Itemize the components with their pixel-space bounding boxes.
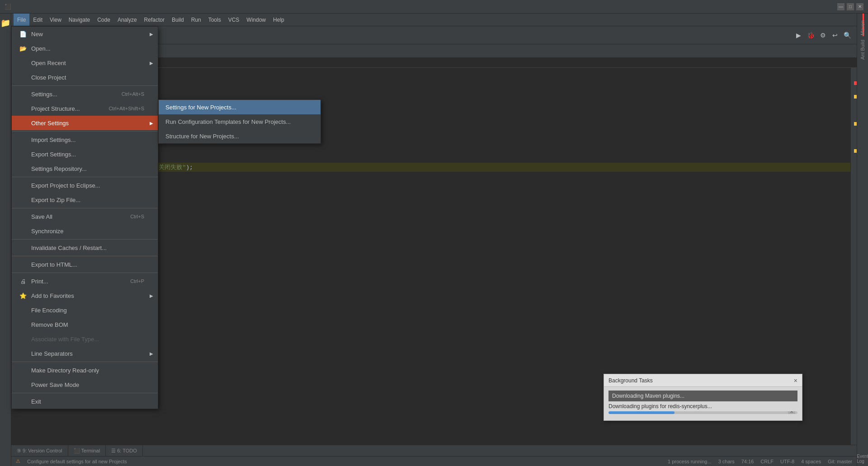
indent-indicator[interactable]: 4 spaces <box>801 459 821 464</box>
separator-2 <box>12 131 158 132</box>
tab-version-control[interactable]: ⑨ 9: Version Control <box>11 445 68 456</box>
app-icon: ⬛ <box>5 4 11 10</box>
menu-print[interactable]: 🖨 Print... Ctrl+P <box>12 274 158 288</box>
bg-tasks-close-btn[interactable]: × <box>794 377 797 384</box>
menu-item-window[interactable]: Window <box>243 14 269 26</box>
submenu-structure-new-projects[interactable]: Structure for New Projects... <box>159 129 321 143</box>
menu-item-run[interactable]: Run <box>188 14 205 26</box>
git-status[interactable]: Git: master <box>828 459 852 464</box>
menu-save-all[interactable]: Save All Ctrl+S <box>12 209 158 224</box>
project-icon[interactable]: 📁 <box>0 18 10 28</box>
menu-synchronize[interactable]: Synchronize <box>12 224 158 238</box>
tab-todo[interactable]: ☰ 6: TODO <box>106 445 143 456</box>
separator-3 <box>12 177 158 177</box>
menu-make-read-only[interactable]: Make Directory Read-only <box>12 363 158 377</box>
warning-marker <box>854 95 857 99</box>
search-button[interactable]: 🔍 <box>842 30 852 40</box>
print-shortcut: Ctrl+P <box>130 278 144 284</box>
todo-icon: ☰ <box>111 448 116 454</box>
menu-export-zip[interactable]: Export to Zip File... <box>12 193 158 207</box>
position-indicator: 74:16 <box>741 459 754 464</box>
bg-tasks-header: Background Tasks × <box>604 374 802 387</box>
menu-item-file[interactable]: File <box>14 14 29 26</box>
debug-button[interactable]: 🐞 <box>806 30 816 40</box>
line-content-74: log.info("redis pool 关闭失败"); <box>41 163 850 171</box>
menu-item-build[interactable]: Build <box>168 14 188 26</box>
menu-line-separators[interactable]: Line Separators <box>12 346 158 361</box>
submenu-settings-new-projects[interactable]: Settings for New Projects... <box>159 100 321 114</box>
file-menu-dropdown: 📄 New 📂 Open... Open Recent Close Projec… <box>11 26 158 409</box>
main-content: File Edit View Navigate Code Analyze Ref… <box>11 14 857 466</box>
ide-container: 📁 File Edit View Navigate Code Analyze R… <box>0 14 868 466</box>
menu-new-label: New <box>31 31 43 38</box>
menu-item-edit[interactable]: Edit <box>29 14 46 26</box>
left-sidebar: 📁 <box>0 14 11 466</box>
close-button[interactable]: ✕ <box>856 3 863 10</box>
line-separator[interactable]: CRLF <box>760 459 774 464</box>
menu-item-navigate[interactable]: Navigate <box>65 14 94 26</box>
submenu-run-config-templates[interactable]: Run Configuration Templates for New Proj… <box>159 114 321 129</box>
tab-terminal[interactable]: ⬛ Terminal <box>68 445 106 456</box>
warning-marker2 <box>854 122 857 126</box>
back-button[interactable]: ↩ <box>830 30 840 40</box>
menu-settings-repo[interactable]: Settings Repository... <box>12 161 158 176</box>
menu-export-settings[interactable]: Export Settings... <box>12 147 158 161</box>
save-all-shortcut: Ctrl+S <box>130 214 144 219</box>
menu-open-recent[interactable]: Open Recent <box>12 56 158 70</box>
title-bar-controls: — □ ✕ <box>837 3 863 10</box>
menu-settings-label: Settings... <box>31 91 57 98</box>
maximize-button[interactable]: □ <box>847 3 854 10</box>
menu-power-save-label: Power Save Mode <box>31 381 79 388</box>
separator-5 <box>12 239 158 240</box>
submenu-run-config-label: Run Configuration Templates for New Proj… <box>165 118 291 125</box>
menu-settings[interactable]: Settings... Ctrl+Alt+S <box>12 87 158 101</box>
menu-file-encoding[interactable]: File Encoding <box>12 303 158 317</box>
task-1-text: Downloading Maven plugins... <box>612 393 684 399</box>
menu-import-settings-label: Import Settings... <box>31 137 75 143</box>
separator-7 <box>12 273 158 273</box>
sidebar-ant-build-label[interactable]: Ant Build <box>860 38 865 62</box>
menu-item-view[interactable]: View <box>46 14 65 26</box>
sidebar-maven-label[interactable]: Maven <box>860 18 865 38</box>
minimize-button[interactable]: — <box>837 3 844 10</box>
menu-add-favorites[interactable]: ⭐ Add to Favorites <box>12 288 158 303</box>
menu-item-code[interactable]: Code <box>94 14 114 26</box>
add-favorites-icon: ⭐ <box>19 292 28 299</box>
bg-tasks-panel: Background Tasks × Downloading Maven plu… <box>604 374 802 421</box>
encoding-indicator[interactable]: UTF-8 <box>780 459 794 464</box>
menu-close-project[interactable]: Close Project <box>12 70 158 85</box>
terminal-label: Terminal <box>81 448 100 453</box>
menu-item-refactor[interactable]: Refactor <box>141 14 168 26</box>
menu-export-html[interactable]: Export to HTML... <box>12 257 158 272</box>
line-content-75: } <box>41 173 850 180</box>
status-bar: ⚠ Configure default settings for all new… <box>11 456 857 466</box>
menu-new[interactable]: 📄 New <box>12 27 158 41</box>
menu-item-vcs[interactable]: VCS <box>225 14 243 26</box>
task-row-2-text: Downloading plugins for redis-syncerplus… <box>609 403 797 414</box>
version-control-label: 9: Version Control <box>23 448 62 453</box>
menu-exit[interactable]: Exit <box>12 394 158 409</box>
run-button[interactable]: ▶ <box>793 30 803 40</box>
settings-toolbar-btn[interactable]: ⚙ <box>818 30 828 40</box>
right-gutter <box>850 68 857 445</box>
menu-item-help[interactable]: Help <box>269 14 288 26</box>
menu-exit-label: Exit <box>31 398 41 405</box>
menu-export-html-label: Export to HTML... <box>31 261 77 268</box>
menu-invalidate[interactable]: Invalidate Caches / Restart... <box>12 240 158 255</box>
menu-project-structure[interactable]: Project Structure... Ctrl+Alt+Shift+S <box>12 101 158 116</box>
line-content-72: } catch (Exception e) { <box>41 146 850 153</box>
menu-invalidate-label: Invalidate Caches / Restart... <box>31 245 107 251</box>
menu-other-settings[interactable]: Other Settings <box>12 116 158 130</box>
progress-close-btn[interactable]: ✕ <box>788 411 795 414</box>
menu-power-save[interactable]: Power Save Mode <box>12 377 158 392</box>
menu-open-label: Open... <box>31 45 51 52</box>
menu-remove-bom[interactable]: Remove BOM <box>12 317 158 332</box>
menu-import-settings[interactable]: Import Settings... <box>12 132 158 147</box>
title-bar-left: ⬛ <box>5 4 11 10</box>
menu-associate-file-label: Associate with File Type... <box>31 336 99 343</box>
menu-open[interactable]: 📂 Open... <box>12 41 158 56</box>
menu-export-eclipse[interactable]: Export Project to Eclipse... <box>12 178 158 193</box>
process-status: 1 process running... <box>668 459 712 464</box>
menu-item-analyze[interactable]: Analyze <box>114 14 141 26</box>
menu-item-tools[interactable]: Tools <box>205 14 225 26</box>
